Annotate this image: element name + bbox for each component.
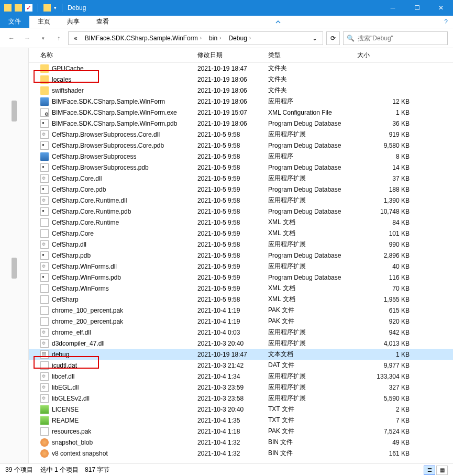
pdb-icon [40,273,49,282]
window-controls: ─ ☐ ✕ [381,0,453,16]
icons-view-button[interactable]: ▦ [436,466,448,475]
file-name: libcef.dll [52,373,74,380]
file-row[interactable]: snapshot_blob2021-10-4 1:32BIN 文件49 KB [29,437,453,448]
close-button[interactable]: ✕ [429,0,453,16]
help-button[interactable]: ? [439,16,453,28]
tab-view[interactable]: 查看 [88,16,117,28]
file-row[interactable]: resources.pak2021-10-4 1:18PAK 文件7,524 K… [29,426,453,437]
col-size[interactable]: 大小 [357,51,420,60]
breadcrumb-root[interactable]: « [71,32,81,45]
file-date: 2021-10-5 9:59 [197,263,268,270]
file-row[interactable]: icudtl.dat2021-10-3 21:42DAT 文件9,977 KB [29,360,453,371]
file-row[interactable]: libcef.dll2021-10-4 1:34应用程序扩展133,304 KB [29,371,453,382]
recent-dropdown[interactable]: ▾ [37,32,49,45]
scrollbar-thumb[interactable] [12,101,17,121]
file-size: 188 KB [357,186,420,193]
properties-icon[interactable]: ✓ [25,4,32,12]
tab-share[interactable]: 共享 [59,16,88,28]
col-type[interactable]: 类型 [268,51,357,60]
col-name[interactable]: 名称 [40,51,197,60]
file-row[interactable]: CefSharp.Core.dll2021-10-5 9:59应用程序扩展37 … [29,173,453,184]
file-row[interactable]: CefSharp.BrowserSubprocess.Core.pdb2021-… [29,140,453,151]
file-date: 2021-10-5 9:59 [197,175,268,182]
file-type: 应用程序扩展 [268,328,357,337]
file-row[interactable]: GPUCache2021-10-19 18:47文件夹 [29,63,453,74]
file-row[interactable]: CefSharp.pdb2021-10-5 9:58Program Debug … [29,250,453,261]
nav-pane[interactable] [0,48,29,463]
file-row[interactable]: CefSharp.Core.Runtime.dll2021-10-5 9:58应… [29,195,453,206]
file-row[interactable]: CefSharp.Core.Runtime2021-10-5 9:58XML 文… [29,217,453,228]
file-row[interactable]: chrome_200_percent.pak2021-10-4 1:19PAK … [29,316,453,327]
file-size: 84 KB [357,219,420,226]
file-row[interactable]: chrome_100_percent.pak2021-10-4 1:19PAK … [29,305,453,316]
up-button[interactable]: ↑ [52,32,65,45]
file-row[interactable]: CefSharp.Core.Runtime.pdb2021-10-5 9:58P… [29,206,453,217]
breadcrumb-part1[interactable]: BIMFace.SDK.CSharp.Sample.WinForm› [82,32,205,45]
tab-home[interactable]: 主页 [29,16,59,28]
file-row[interactable]: CefSharp.BrowserSubprocess.Core.dll2021-… [29,129,453,140]
file-row[interactable]: CefSharp.BrowserSubprocess.pdb2021-10-5 … [29,162,453,173]
scrollbar-thumb[interactable] [12,258,17,279]
file-row[interactable]: LICENSE2021-10-3 20:40TXT 文件2 KB [29,404,453,415]
ribbon-collapse-button[interactable] [270,16,286,28]
bin-icon [40,438,49,447]
file-size: 9,580 KB [357,142,420,149]
file-row[interactable]: BIMFace.SDK.CSharp.Sample.WinForm.pdb202… [29,118,453,129]
file-date: 2021-10-4 1:18 [197,428,268,435]
file-date: 2021-10-3 21:42 [197,362,268,369]
file-row[interactable]: BIMFace.SDK.CSharp.Sample.WinForm.exe202… [29,107,453,118]
file-row[interactable]: libEGL.dll2021-10-3 23:59应用程序扩展327 KB [29,382,453,393]
file-name: locales [52,76,71,83]
view-switcher: ☰ ▦ [424,466,448,475]
file-name: CefSharp.BrowserSubprocess.Core.pdb [52,142,164,149]
file-date: 2021-10-19 15:07 [197,109,268,116]
file-row[interactable]: CefSharp.Core.pdb2021-10-5 9:59Program D… [29,184,453,195]
file-name: v8 context snapshot [52,450,108,457]
file-name: CefSharp.Core.Runtime [52,219,119,226]
breadcrumb-part3[interactable]: Debug› [225,32,254,45]
file-row[interactable]: BIMFace.SDK.CSharp.Sample.WinForm2021-10… [29,96,453,107]
col-date[interactable]: 修改日期 [197,51,268,60]
folder-icon [40,64,49,73]
forward-button[interactable]: → [21,32,34,45]
file-row[interactable]: locales2021-10-19 18:06文件夹 [29,74,453,85]
qat-dropdown-icon[interactable]: ▾ [54,5,57,10]
file-row[interactable]: v8 context snapshot2021-10-4 1:32BIN 文件1… [29,448,453,459]
file-size: 1,955 KB [357,296,420,303]
file-row[interactable]: CefSharp2021-10-5 9:58XML 文档1,955 KB [29,294,453,305]
file-date: 2021-10-19 18:06 [197,87,268,94]
file-row[interactable]: CefSharp.BrowserSubprocess2021-10-5 9:58… [29,151,453,162]
file-type: XML 文档 [268,229,357,238]
file-row[interactable]: debug2021-10-19 18:47文本文档1 KB [29,349,453,360]
refresh-button[interactable]: ⟳ [326,31,340,45]
breadcrumb-dropdown-icon[interactable]: ⌄ [309,35,321,42]
maximize-button[interactable]: ☐ [405,0,429,16]
breadcrumb-part2[interactable]: bin› [206,32,224,45]
search-input[interactable] [358,35,444,42]
file-name: LICENSE [52,406,79,413]
file-row[interactable]: CefSharp.Core2021-10-5 9:59XML 文档101 KB [29,228,453,239]
file-row[interactable]: CefSharp.dll2021-10-5 9:58应用程序扩展990 KB [29,239,453,250]
file-list[interactable]: 名称 修改日期 类型 大小 GPUCache2021-10-19 18:47文件… [29,48,453,463]
file-row[interactable]: CefSharp.WinForms.dll2021-10-5 9:59应用程序扩… [29,261,453,272]
details-view-button[interactable]: ☰ [424,466,435,475]
file-row[interactable]: README2021-10-4 1:35TXT 文件7 KB [29,415,453,426]
file-name: CefSharp.WinForms.dll [52,263,117,270]
file-row[interactable]: libGLESv2.dll2021-10-3 23:58应用程序扩展5,590 … [29,393,453,404]
breadcrumb[interactable]: « BIMFace.SDK.CSharp.Sample.WinForm› bin… [68,31,323,45]
file-row[interactable]: CefSharp.WinForms.pdb2021-10-5 9:59Progr… [29,272,453,283]
file-row[interactable]: swiftshader2021-10-19 18:06文件夹 [29,85,453,96]
file-row[interactable]: d3dcompiler_47.dll2021-10-3 20:40应用程序扩展4… [29,338,453,349]
file-name: swiftshader [52,87,84,94]
tab-file[interactable]: 文件 [0,16,29,28]
back-button[interactable]: ← [5,32,18,45]
file-row[interactable]: CefSharp.WinForms2021-10-5 9:59XML 文档70 … [29,283,453,294]
dll-icon [40,196,49,205]
pdb-icon [40,141,49,150]
minimize-button[interactable]: ─ [381,0,405,16]
file-row[interactable]: chrome_elf.dll2021-10-4 0:03应用程序扩展942 KB [29,327,453,338]
qat-icons: ✓ ▾ [4,4,64,12]
file-type: Program Debug Database [268,142,357,149]
file-date: 2021-10-19 18:47 [197,65,268,72]
search-box[interactable]: 🔍 [343,31,448,45]
